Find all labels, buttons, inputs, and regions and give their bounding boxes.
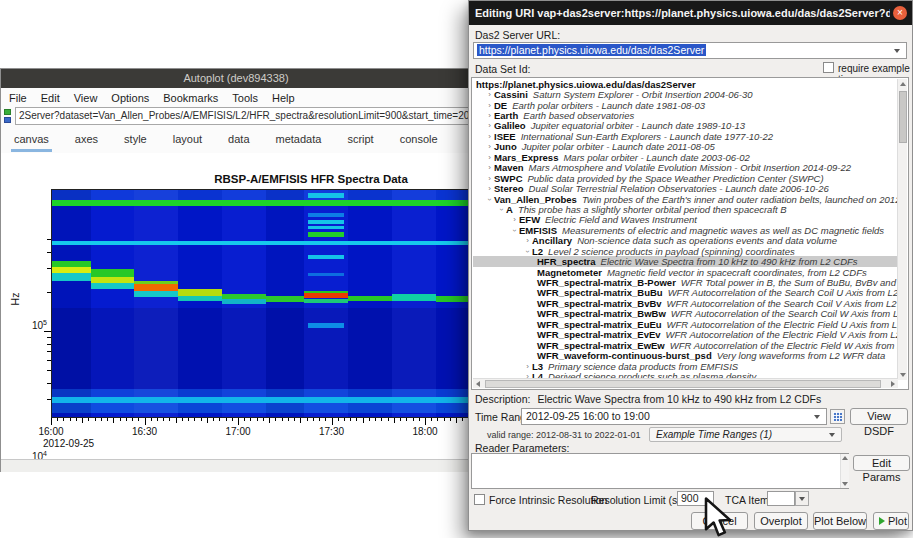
expand-icon[interactable]: › xyxy=(485,142,494,151)
tree-item-earth[interactable]: ›EarthEarth based observatories xyxy=(473,110,897,120)
scroll-right-icon[interactable] xyxy=(891,381,895,387)
tree-item-wfr-spectral-matrix-bubu[interactable]: WFR_spectral-matrix_BuBuWFR Autocorrelat… xyxy=(473,288,897,298)
force-intrinsic-resolution-checkbox[interactable] xyxy=(474,494,485,505)
dialog-titlebar[interactable]: Editing URI vap+das2server:https://plane… xyxy=(469,1,912,25)
textarea-scrollbar[interactable] xyxy=(840,454,849,488)
tree-item-wfr-spectral-matrix-evev[interactable]: WFR_spectral-matrix_EvEvWFR Autocorrelat… xyxy=(473,330,897,340)
tree-item-l2[interactable]: ›L2Level 2 science products in payload (… xyxy=(473,246,897,256)
tree-item-maven[interactable]: ›MavenMars Atmosphere and Volatile Evolu… xyxy=(473,163,897,173)
tree-item-efw[interactable]: ›EFWElectric Field and Waves Instrument xyxy=(473,215,897,225)
expand-icon[interactable]: › xyxy=(485,111,494,120)
example-time-ranges-combobox[interactable]: Example Time Ranges (1) xyxy=(649,427,842,442)
plot-below-button[interactable]: Plot Below xyxy=(813,512,867,530)
chevron-down-icon[interactable] xyxy=(814,415,820,419)
require-example-time-checkbox[interactable] xyxy=(823,62,834,73)
chevron-down-icon[interactable] xyxy=(799,497,805,501)
expand-icon[interactable]: › xyxy=(485,174,494,183)
x-tick xyxy=(437,418,438,421)
tree-item-l3[interactable]: ›L3Primary science data products from EM… xyxy=(473,361,897,371)
expand-icon[interactable]: › xyxy=(485,153,494,162)
tree-item-galileo[interactable]: ›GalileoJupiter equatorial orbiter - Lau… xyxy=(473,121,897,131)
tree-item-wfr-spectral-matrix-b-power[interactable]: WFR_spectral-matrix_B-PowerWFR Total pow… xyxy=(473,277,897,287)
valid-range-label: valid range: 2012-08-31 to 2022-01-01 xyxy=(487,430,641,440)
tree-item-hfr-spectra[interactable]: HFR_spectraElectric Wave Spectra from 10… xyxy=(473,256,897,266)
tree-item-isee[interactable]: ›ISEEInternational Sun-Earth Explorers -… xyxy=(473,131,897,141)
scroll-up-icon[interactable] xyxy=(900,82,906,86)
tca-item-combobox[interactable] xyxy=(767,491,795,506)
tab-canvas[interactable]: canvas xyxy=(11,127,52,152)
expand-icon[interactable]: › xyxy=(510,215,519,224)
tree-item-cassini[interactable]: ›CassiniSaturn System Explorer - Orbit I… xyxy=(473,89,897,99)
scroll-up-icon[interactable] xyxy=(842,456,848,460)
autoplot-titlebar[interactable]: Autoplot (dev894338) xyxy=(1,69,471,88)
tab-script[interactable]: script xyxy=(344,127,376,152)
expand-icon[interactable]: › xyxy=(485,101,494,110)
expand-icon[interactable]: › xyxy=(523,362,532,371)
expand-icon[interactable]: › xyxy=(485,184,494,193)
calendar-button[interactable] xyxy=(830,409,845,424)
scrollbar-thumb[interactable] xyxy=(899,91,907,143)
tab-data[interactable]: data xyxy=(225,127,252,152)
tab-axes[interactable]: axes xyxy=(72,127,101,152)
tree-item-name: L3 xyxy=(532,361,543,372)
tree-vertical-scrollbar[interactable] xyxy=(897,79,907,380)
edit-params-button[interactable]: Edit Params xyxy=(853,455,910,471)
x-tick xyxy=(344,418,345,421)
collapse-icon[interactable]: › xyxy=(497,205,506,214)
overplot-button[interactable]: Overplot xyxy=(754,512,808,530)
tree-item-wfr-spectral-matrix-bvbv[interactable]: WFR_spectral-matrix_BvBvWFR Autocorrelat… xyxy=(473,298,897,308)
tree-item-emfisis[interactable]: ›EMFISISMeasurements of electric and mag… xyxy=(473,225,897,235)
tree-item-a[interactable]: ›AThis probe has a slightly shorter orbi… xyxy=(473,204,897,214)
tree-item-juno[interactable]: ›JunoJupiter polar orbiter - Launch date… xyxy=(473,142,897,152)
go-icon[interactable] xyxy=(4,109,11,115)
expand-icon[interactable]: › xyxy=(523,236,532,245)
tree-item-van-allen-probes[interactable]: ›Van_Allen_ProbesTwin probes of the Eart… xyxy=(473,194,897,204)
chevron-down-icon[interactable] xyxy=(894,49,900,53)
collapse-icon[interactable]: › xyxy=(510,226,519,235)
tab-style[interactable]: style xyxy=(121,127,150,152)
close-icon[interactable]: × xyxy=(893,6,907,20)
tree-item-mars-express[interactable]: ›Mars_ExpressMars polar orbiter - Launch… xyxy=(473,152,897,162)
tree-item-wfr-spectral-matrix-ewew[interactable]: WFR_spectral-matrix_EwEwWFR Autocorrelat… xyxy=(473,340,897,350)
tab-console[interactable]: console xyxy=(397,127,441,152)
stop-icon[interactable] xyxy=(4,117,11,123)
scrollbar-thumb[interactable] xyxy=(485,380,881,388)
chevron-down-icon[interactable] xyxy=(829,433,835,437)
tree-item-swpc[interactable]: ›SWPCPublic data provided by the Space W… xyxy=(473,173,897,183)
tree-item-wfr-spectral-matrix-eueu[interactable]: WFR_spectral-matrix_EuEuWFR Autocorrelat… xyxy=(473,319,897,329)
uri-address-input[interactable]: 2Server?dataset=Van_Allen_Probes/A/EMFIS… xyxy=(15,107,472,125)
expand-icon[interactable]: › xyxy=(485,90,494,99)
collapse-icon[interactable]: › xyxy=(485,195,494,204)
example-time-ranges-value: Example Time Ranges (1) xyxy=(656,429,772,440)
tree-item-https-planet-physics-uiowa-edu-das-das2s[interactable]: https://planet.physics.uiowa.edu/das/das… xyxy=(473,79,897,89)
tree-item-description: WFR Autocorrelation of the Search Coil V… xyxy=(667,298,897,309)
tab-metadata[interactable]: metadata xyxy=(273,127,325,152)
scroll-down-icon[interactable] xyxy=(842,482,848,486)
spectrogram-band xyxy=(348,190,392,417)
collapse-icon[interactable]: › xyxy=(523,247,532,256)
time-range-combobox[interactable]: 2012-09-25 16:00 to 19:00 xyxy=(521,408,827,425)
tree-item-magnetometer[interactable]: MagnetometerMagnetic field vector in spa… xyxy=(473,267,897,277)
tree-item-de[interactable]: ›DEEarth polar orbiters - Launch date 19… xyxy=(473,100,897,110)
view-dsdf-button[interactable]: View DSDF xyxy=(850,408,908,425)
das2-url-combobox[interactable]: https://planet.physics.uiowa.edu/das/das… xyxy=(473,42,907,59)
tree-item-stereo[interactable]: ›StereoDual Solar Terrestrial Relation O… xyxy=(473,183,897,193)
plot-canvas[interactable]: RBSP-A/EMFISIS HFR Spectra Data Hz 10510… xyxy=(1,153,471,459)
spectrogram[interactable] xyxy=(52,190,469,417)
expand-icon[interactable]: › xyxy=(485,121,494,130)
tree-item-ancillary[interactable]: ›AncillaryNon-science data such as opera… xyxy=(473,236,897,246)
x-tick xyxy=(388,418,389,421)
expand-icon[interactable]: › xyxy=(485,163,494,172)
plot-button[interactable]: Plot xyxy=(873,512,909,530)
tca-item-dropdown-button[interactable] xyxy=(795,491,809,506)
tree-item-wfr-waveform-continuous-burst-psd[interactable]: WFR_waveform-continuous-burst_psdVery lo… xyxy=(473,350,897,360)
tree-horizontal-scrollbar[interactable] xyxy=(473,378,898,388)
tree-item-wfr-spectral-matrix-bwbw[interactable]: WFR_spectral-matrix_BwBwWFR Autocorrelat… xyxy=(473,309,897,319)
scroll-left-icon[interactable] xyxy=(476,381,480,387)
plot-box[interactable] xyxy=(51,189,469,418)
tab-layout[interactable]: layout xyxy=(170,127,205,152)
scroll-down-icon[interactable] xyxy=(900,373,906,377)
expand-icon[interactable]: › xyxy=(485,132,494,141)
x-tick xyxy=(157,418,158,421)
reader-parameters-textarea[interactable] xyxy=(471,453,849,489)
